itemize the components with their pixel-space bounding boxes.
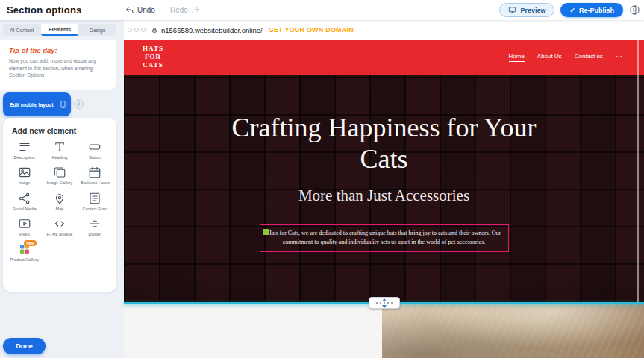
map-icon — [53, 192, 66, 205]
page-title: Section options — [7, 4, 82, 16]
element-item-image-gallery[interactable]: Image Gallery — [42, 166, 77, 186]
globe-icon — [629, 4, 640, 16]
element-label: Map — [56, 207, 64, 212]
nav-contact-us[interactable]: Contact us — [575, 53, 603, 61]
sidebar: AI Content Elements Design Tip of the da… — [0, 20, 124, 358]
edit-mobile-layout-button[interactable]: Edit mobile layout — [3, 92, 71, 116]
add-element-panel: Add new element Description Heading Butt… — [3, 118, 116, 292]
selected-text-element[interactable]: Hats for Cats, we are dedicated to craft… — [260, 224, 509, 252]
element-item-heading[interactable]: Heading — [42, 140, 77, 160]
element-label: Social Media — [13, 207, 37, 212]
republish-label: Re-Publish — [579, 7, 614, 14]
lock-icon — [151, 27, 157, 34]
tip-of-the-day-card: Tip of the day: Now you can add, move an… — [0, 40, 116, 90]
top-toolbar: Section options Undo Redo Preview ✓ Re-P… — [0, 0, 644, 20]
grip-dots-icon — [376, 302, 393, 304]
site-nav: Home About Us Contact us ⋯ — [509, 53, 622, 62]
element-label: Heading — [52, 155, 68, 160]
hero-paragraph: Hats for Cats, we are dedicated to craft… — [267, 229, 501, 248]
element-item-product-gallery[interactable]: NEW Product Gallery — [7, 242, 42, 263]
republish-button[interactable]: ✓ Re-Publish — [560, 3, 623, 17]
section-resize-handle[interactable] — [369, 297, 400, 309]
done-button[interactable]: Done — [3, 338, 46, 354]
element-item-image[interactable]: Image — [7, 166, 42, 186]
hero-headline-text: Crafting Happiness for Your Cats — [220, 112, 548, 175]
phone-icon — [59, 98, 67, 110]
tab-design[interactable]: Design — [78, 24, 116, 36]
undo-icon — [125, 6, 134, 15]
tab-ai-content[interactable]: AI Content — [3, 24, 41, 36]
element-label: Image Gallery — [47, 180, 73, 186]
button-icon — [88, 140, 101, 154]
element-item-description[interactable]: Description — [7, 140, 42, 160]
history-controls: Undo Redo — [125, 0, 200, 20]
element-label: Image — [19, 180, 31, 186]
tip-body: Now you can add, move and resize any ele… — [9, 57, 107, 79]
tip-title: Tip of the day: — [9, 46, 107, 54]
site-preview-area: n1566589.websitebuilder.online/ GET YOUR… — [124, 20, 644, 358]
arrow-down-icon — [382, 305, 387, 308]
get-domain-link[interactable]: GET YOUR OWN DOMAIN — [269, 26, 354, 34]
preview-scrollbar[interactable] — [637, 40, 639, 302]
element-item-divider[interactable]: Divider — [78, 217, 113, 237]
element-item-video[interactable]: Video — [7, 217, 42, 237]
info-button[interactable]: i — [74, 99, 84, 109]
element-item-social-media[interactable]: Social Media — [7, 192, 42, 212]
hero-section: Crafting Happiness for Your Cats More th… — [124, 75, 644, 302]
business-hours-icon — [88, 166, 101, 179]
next-section-photo — [382, 304, 644, 358]
image-gallery-icon — [53, 166, 66, 179]
language-globe-button[interactable] — [629, 4, 640, 16]
next-section — [124, 304, 644, 358]
element-label: Contact Form — [82, 207, 107, 212]
element-grid: Description Heading Button Image Image G… — [3, 140, 116, 263]
redo-button[interactable]: Redo — [170, 6, 200, 15]
window-dot-icon — [141, 28, 146, 32]
site-logo[interactable]: HATS FOR CATS — [134, 45, 172, 69]
nav-home[interactable]: Home — [509, 53, 525, 62]
drag-handle[interactable] — [263, 229, 269, 235]
topbar-actions: Preview ✓ Re-Publish — [499, 0, 640, 20]
description-icon — [18, 140, 31, 154]
element-item-map[interactable]: Map — [42, 192, 77, 212]
element-label: Product Gallery — [10, 257, 39, 263]
element-label: HTML Module — [47, 232, 73, 237]
social-media-icon — [18, 192, 31, 205]
redo-icon — [191, 6, 200, 15]
redo-label: Redo — [170, 6, 188, 14]
app-window: Section options Undo Redo Preview ✓ Re-P… — [0, 0, 644, 358]
element-label: Divider — [89, 232, 101, 237]
divider-icon — [88, 217, 101, 230]
video-icon — [18, 217, 31, 230]
site-header: HATS FOR CATS Home About Us Contact us ⋯ — [124, 40, 644, 75]
sidebar-divider — [5, 333, 116, 333]
add-element-title: Add new element — [3, 118, 116, 135]
nav-about-us[interactable]: About Us — [537, 53, 562, 61]
element-item-contact-form[interactable]: Contact Form — [78, 192, 113, 212]
next-section-blank — [124, 304, 382, 358]
arrow-up-icon — [382, 298, 387, 301]
hero-headline[interactable]: Crafting Happiness for Your Cats — [124, 112, 644, 175]
edit-mobile-label: Edit mobile layout — [10, 102, 54, 107]
element-label: Description — [14, 155, 35, 160]
window-dot-icon — [128, 28, 132, 32]
tab-elements[interactable]: Elements — [41, 24, 79, 36]
nav-more-icon[interactable]: ⋯ — [616, 53, 622, 61]
undo-label: Undo — [137, 6, 155, 14]
element-label: Button — [89, 155, 101, 160]
hero-subheadline[interactable]: More than Just Accessories — [124, 186, 644, 205]
element-item-html-module[interactable]: HTML Module — [42, 217, 77, 237]
preview-label: Preview — [520, 7, 545, 14]
monitor-icon — [508, 6, 516, 14]
window-dot-icon — [134, 28, 139, 32]
element-item-button[interactable]: Button — [78, 140, 113, 160]
undo-button[interactable]: Undo — [125, 6, 155, 15]
sidebar-tabs: AI Content Elements Design — [3, 24, 116, 36]
image-icon — [18, 166, 31, 179]
check-icon: ✓ — [569, 7, 575, 14]
browser-chrome-bar: n1566589.websitebuilder.online/ GET YOUR… — [124, 20, 644, 40]
preview-button[interactable]: Preview — [499, 3, 554, 17]
element-item-business-hours[interactable]: Business Hours — [78, 166, 113, 186]
element-label: Video — [19, 232, 30, 237]
site-url: n1566589.websitebuilder.online/ — [161, 26, 263, 34]
